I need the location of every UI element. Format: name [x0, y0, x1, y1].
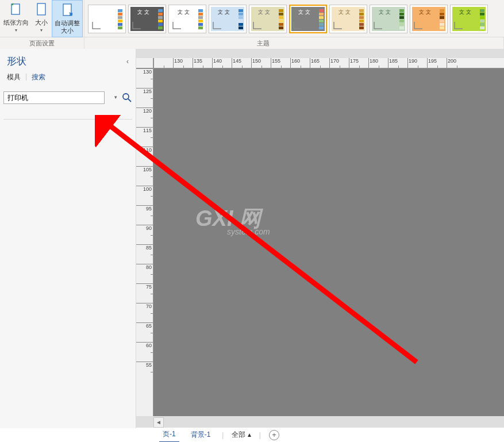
ruler-corner [136, 58, 153, 68]
search-row: ▾ [0, 87, 136, 107]
page-tab-1[interactable]: 页-1 [159, 427, 179, 442]
search-input[interactable] [3, 91, 105, 104]
orientation-icon [8, 2, 24, 18]
svg-rect-0 [11, 4, 20, 14]
size-icon [33, 2, 49, 18]
drawing-canvas[interactable] [153, 68, 504, 416]
vertical-ruler: 130125120115110105100959085807570656055 [136, 68, 153, 416]
ribbon-group-labels: 页面设置 主题 [0, 37, 504, 49]
svg-line-4 [128, 99, 131, 102]
shapes-sidebar: 形状 ‹ 模具 | 搜索 ▾ [0, 49, 136, 428]
sidebar-tabs: 模具 | 搜索 [0, 71, 136, 87]
auto-adjust-label: 自动调整 大小 [55, 20, 80, 34]
theme-item[interactable]: 文 文 [209, 5, 247, 33]
canvas-area: 1301351401451501551601651701751801851901… [136, 49, 504, 428]
add-page-button[interactable]: + [269, 430, 279, 440]
page-tab-bg[interactable]: 背景-1 [187, 428, 214, 442]
sidebar-title: 形状 [7, 55, 26, 68]
orientation-button[interactable]: 纸张方向 ▾ [1, 0, 31, 37]
horizontal-ruler: 1301351401451501551601651701751801851901… [153, 58, 504, 68]
auto-adjust-icon [59, 2, 75, 18]
theme-item[interactable]: 文 文 [249, 5, 287, 33]
sidebar-header: 形状 ‹ [0, 49, 136, 71]
page-setup-label: 页面设置 [0, 37, 84, 49]
theme-item[interactable]: 文 文 [289, 5, 327, 33]
scroll-left-button[interactable]: ◄ [153, 417, 164, 428]
theme-gallery: 文 文文 文文 文文 文文 文文 文文 文文 文文 文 [84, 0, 491, 37]
page-setup-group: 纸张方向 ▾ 大小 ▾ 自动调整 大小 [0, 0, 84, 37]
svg-rect-1 [37, 3, 45, 15]
size-button[interactable]: 大小 ▾ [31, 0, 52, 37]
theme-item[interactable] [88, 5, 126, 33]
theme-item[interactable]: 文 文 [410, 5, 448, 33]
auto-adjust-button[interactable]: 自动调整 大小 [52, 0, 83, 37]
svg-point-3 [123, 94, 129, 99]
theme-item[interactable]: 文 文 [370, 5, 407, 33]
orientation-label: 纸张方向 [3, 19, 29, 26]
themes-label: 主题 [84, 37, 504, 49]
tab-stencils[interactable]: 模具 [7, 72, 25, 82]
divider [3, 119, 132, 120]
page-tabs: 页-1 背景-1 | 全部 ▴ | + [136, 428, 504, 442]
search-dropdown-icon[interactable]: ▾ [114, 94, 117, 100]
chevron-down-icon: ▾ [40, 28, 43, 33]
chevron-down-icon: ▾ [15, 28, 17, 33]
theme-item[interactable]: 文 文 [168, 5, 206, 33]
theme-item[interactable]: 文 文 [329, 5, 367, 33]
collapse-sidebar-button[interactable]: ‹ [126, 57, 129, 66]
ribbon: 纸张方向 ▾ 大小 ▾ 自动调整 大小 文 文文 文文 文文 文文 文文 文文 … [0, 0, 504, 37]
search-icon[interactable] [122, 93, 132, 103]
size-label: 大小 [35, 19, 48, 26]
theme-item[interactable]: 文 文 [450, 5, 488, 33]
tab-search[interactable]: 搜索 [32, 72, 50, 82]
theme-item[interactable]: 文 文 [128, 5, 166, 33]
all-pages-button[interactable]: 全部 ▴ [232, 430, 251, 440]
